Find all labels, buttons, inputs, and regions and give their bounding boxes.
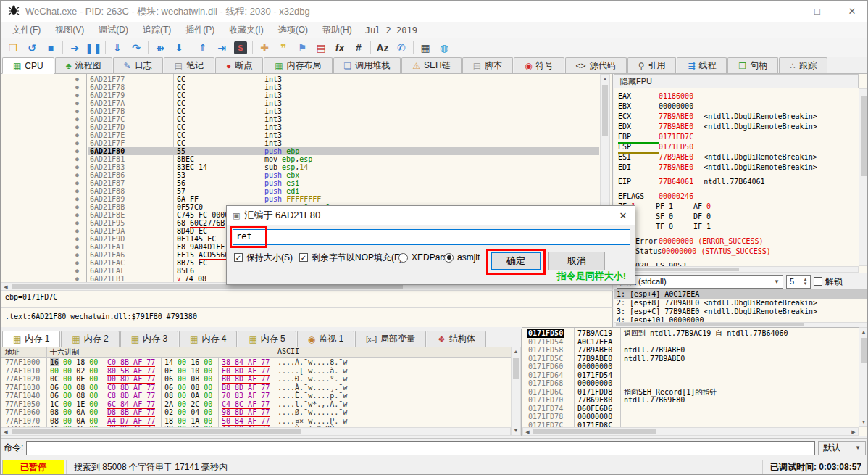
checkbox-icon[interactable]: ✓ (234, 253, 243, 262)
checkbox-剩余字节以NOP填充(F)[interactable]: ✓剩余字节以NOP填充(F) (299, 252, 402, 263)
memory-horizontal-scrollbar[interactable]: ◀ (1, 427, 511, 436)
calculator-icon[interactable]: ▦ (416, 40, 435, 56)
dialog-close-icon[interactable]: ✕ (612, 206, 635, 225)
tab-符号[interactable]: ◉符号 (514, 57, 564, 73)
register-row[interactable]: OF 0SF 0DF 0 (618, 212, 857, 222)
tab-调用堆栈[interactable]: ❏调用堆栈 (333, 57, 401, 73)
radio-icon[interactable] (444, 253, 454, 263)
calling-convention-select[interactable]: 默认 (stdcall) ▼ (617, 275, 783, 289)
unlock-checkbox[interactable] (814, 277, 822, 286)
tab-SEH链[interactable]: ⚠SEH链 (401, 57, 461, 73)
argument-row[interactable]: 3: [esp+C] 77B9ABE0 <ntdll.DbgUiRemoteBr… (614, 307, 868, 316)
breakpoint-dot-icon[interactable]: ● (75, 235, 79, 243)
register-row[interactable]: EFLAGS00000246 (618, 191, 857, 202)
dialog-title-bar[interactable]: ▣ 汇编于 6AD21F80 (227, 206, 635, 225)
tab-线程[interactable]: ⇶线程 (677, 57, 727, 73)
disasm-row[interactable]: ●6AD21F77CCint3 (1, 75, 612, 83)
breakpoint-dot-icon[interactable]: ● (75, 227, 79, 235)
menu-item[interactable]: 帮助(H) (315, 22, 359, 38)
memory-vertical-scrollbar[interactable]: ▲ ▼ (511, 347, 521, 436)
tab-CPU[interactable]: ▦CPU (2, 57, 54, 74)
register-row[interactable]: ESP0171FD50 (618, 142, 857, 152)
tab-源代码[interactable]: <>源代码 (565, 57, 627, 73)
register-row[interactable]: CF 0TF 0IF 1 (618, 222, 857, 232)
tab-跟踪[interactable]: ∴跟踪 (779, 57, 827, 73)
memory-row[interactable]: 77AF101000 00 02 0080 5B AF 770E 00 10 0… (1, 367, 521, 376)
menu-item[interactable]: 调试(D) (91, 22, 135, 38)
memory-row[interactable]: 77AF104006 00 08 00C8 8D AF 7708 00 0A 0… (1, 392, 521, 400)
strings-icon[interactable]: Az (373, 40, 392, 56)
assemble-instruction-input[interactable]: ret (233, 229, 630, 245)
attach-icon[interactable]: ✆ (392, 40, 411, 56)
disasm-row[interactable]: ●6AD21F896A FFpush FFFFFFFF (1, 195, 612, 203)
stack-row[interactable]: 0171FD54A0C17EEA (522, 338, 868, 347)
breakpoint-dot-icon[interactable]: ● (75, 99, 79, 107)
step-into-icon[interactable]: ⇓ (108, 40, 127, 56)
breakpoint-dot-icon[interactable]: ● (75, 131, 79, 139)
register-row[interactable]: ECX77B9ABE0<ntdll.DbgUiRemoteBreakin> (618, 112, 857, 122)
breakpoint-dot-icon[interactable]: ● (75, 251, 79, 259)
breakpoint-dot-icon[interactable]: ● (75, 75, 79, 83)
stack-row[interactable]: 0171FD5077B9AC19返回到 ntdll.77B9AC19 自 ntd… (522, 329, 868, 338)
bookmarks-icon[interactable]: ▤ (312, 40, 330, 56)
scroll-up-icon[interactable]: ▲ (601, 75, 609, 83)
patches-icon[interactable]: ✚ (255, 40, 274, 56)
stack-row[interactable]: 0171FD5877B9ABE0ntdll.77B9ABE0 (522, 346, 868, 355)
tab-流程图[interactable]: ♣流程图 (55, 57, 112, 73)
breakpoint-dot-icon[interactable]: ● (75, 91, 79, 99)
tab-脚本[interactable]: ▤脚本 (462, 57, 513, 73)
register-row[interactable]: EBX00000000 (618, 102, 857, 112)
disasm-row[interactable]: ●6AD21F8383EC 14sub esp,14 (1, 163, 612, 171)
breakpoint-dot-icon[interactable]: ● (75, 123, 79, 131)
menu-item[interactable]: 文件(F) (5, 22, 48, 38)
stack-row[interactable]: 0171FD6C0171FDD8指向SEH_Record[1]的指针 (522, 388, 868, 397)
tab-内存 3[interactable]: ▦内存 3 (120, 331, 178, 347)
scroll-left-icon[interactable]: ◀ (2, 429, 9, 436)
trace-into-icon[interactable]: ⬇ (170, 40, 188, 56)
stack-row[interactable]: 0171FD7077B69F80ntdll.77B69F80 (522, 396, 868, 405)
tab-内存布局[interactable]: ▦内存布局 (264, 57, 332, 73)
stack-row[interactable]: 0171FD6800000000 (522, 379, 868, 388)
arg-depth-spinner[interactable]: 5 ▲▼ (786, 275, 811, 289)
memory-row[interactable]: 77AF107008 00 0A 00A4 D7 AF 7718 00 1A 0… (1, 417, 521, 426)
scroll-up-icon[interactable]: ▲ (512, 348, 520, 355)
register-row[interactable]: ESI77B9ABE0<ntdll.DbgUiRemoteBreakin> (618, 152, 857, 162)
restart-icon[interactable]: ↺ (22, 40, 41, 56)
open-file-icon[interactable]: ❐ (4, 40, 22, 56)
menu-item[interactable]: 插件(P) (178, 22, 222, 38)
run-to-cursor-icon[interactable]: ⇻ (151, 40, 170, 56)
register-row[interactable]: EDI77B9ABE0<ntdll.DbgUiRemoteBreakin> (618, 162, 857, 173)
checkbox-icon[interactable]: ✓ (299, 253, 308, 262)
argument-row[interactable]: 2: [esp+8] 77B9ABE0 <ntdll.DbgUiRemoteBr… (614, 299, 868, 307)
disasm-row[interactable]: ●6AD21F8055push ebp (1, 147, 612, 155)
stack-panel[interactable]: 0171FD5077B9AC19返回到 ntdll.77B9AC19 自 ntd… (522, 327, 868, 436)
register-row[interactable]: ZF 1PF 1AF 0 (618, 202, 857, 212)
disasm-row[interactable]: ●6AD21F7CCCint3 (1, 115, 612, 123)
hash-icon[interactable]: # (349, 40, 368, 56)
breakpoint-dot-icon[interactable]: ● (75, 115, 79, 123)
stack-row[interactable]: 0171FD74D60FE6D6 (522, 405, 868, 413)
breakpoint-dot-icon[interactable]: ● (75, 211, 79, 219)
menu-item[interactable]: 视图(V) (48, 22, 91, 38)
disasm-row[interactable]: ●6AD21F79CCint3 (1, 91, 612, 99)
breakpoint-dot-icon[interactable]: ● (75, 219, 79, 227)
breakpoint-dot-icon[interactable]: ● (75, 83, 79, 91)
pause-icon[interactable]: ❚❚ (84, 40, 103, 56)
scroll-right-icon[interactable]: ▶ (850, 429, 857, 436)
tab-内存 5[interactable]: ▦内存 5 (238, 331, 296, 347)
register-row[interactable]: EIP77B64061ntdll.77B64061 (618, 177, 857, 187)
hide-fpu-button[interactable]: 隐藏FPU (614, 74, 859, 88)
breakpoint-dot-icon[interactable]: ● (75, 171, 79, 179)
spinner-arrows-icon[interactable]: ▲▼ (801, 276, 809, 288)
disasm-row[interactable]: ●6AD21F7BCCint3 (1, 107, 612, 115)
memory-row[interactable]: 77AF10200C 00 0E 00D0 8D AF 7706 00 08 0… (1, 375, 521, 384)
disasm-row[interactable]: ●6AD21F818BECmov ebp,esp (1, 155, 612, 163)
breakpoint-dot-icon[interactable]: ● (75, 147, 79, 155)
disasm-row[interactable]: ●6AD21F8653push ebx (1, 171, 612, 179)
scroll-down-icon[interactable]: ▼ (859, 418, 868, 426)
memory-row[interactable]: 77AF100016 00 18 00C0 8B AF 7714 00 16 0… (1, 358, 521, 367)
run-to-user-code-icon[interactable]: ⇥ (212, 40, 231, 56)
functions-icon[interactable]: fx (330, 40, 349, 56)
stack-row[interactable]: 0171FD7800000000 (522, 413, 868, 421)
stack-row[interactable]: 0171FD5C77B9ABE0ntdll.77B9ABE0 (522, 355, 868, 363)
